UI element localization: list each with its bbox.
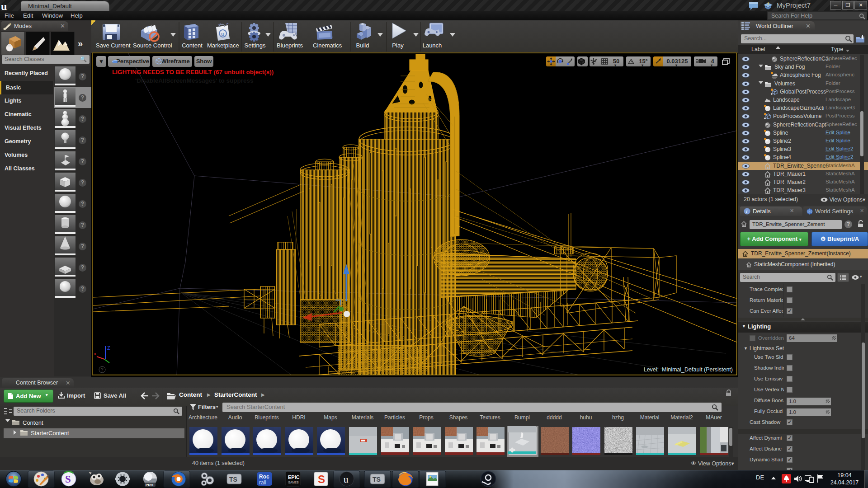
svg-text:rail: rail: [259, 479, 266, 486]
svg-text:x: x: [94, 352, 96, 356]
svg-text:S: S: [318, 473, 325, 485]
svg-text:PRO: PRO: [146, 483, 153, 487]
svg-text:TS: TS: [229, 476, 237, 483]
svg-text:i: i: [746, 209, 748, 214]
svg-text:Z: Z: [107, 345, 110, 351]
svg-text:S: S: [65, 474, 71, 485]
svg-text:?: ?: [101, 367, 104, 372]
svg-text:u: u: [344, 474, 349, 485]
svg-text:u: u: [221, 30, 224, 37]
svg-text:Roc: Roc: [259, 474, 269, 480]
svg-text:TS: TS: [373, 476, 381, 483]
svg-text:EPIC: EPIC: [288, 474, 300, 480]
svg-text:GAMES: GAMES: [288, 481, 299, 484]
